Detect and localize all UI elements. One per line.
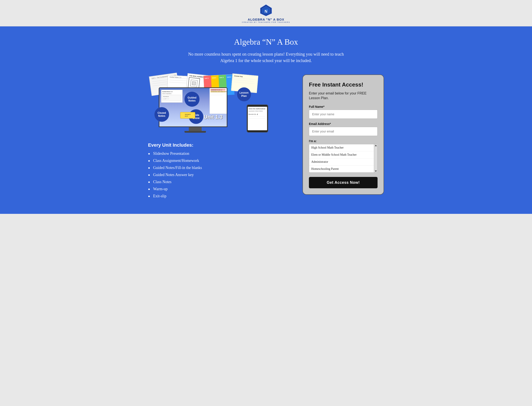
select-option[interactable]: Administrator (309, 159, 377, 166)
unit-label: Unit 1.3 (204, 114, 222, 120)
scroll-up-arrow[interactable] (375, 145, 377, 146)
select-scrollbar[interactable] (374, 144, 377, 172)
logo-text: ALGEBRA "N" A BOX (248, 18, 284, 21)
site-header: N ALGEBRA "N" A BOX CREATED BY TEACHERS … (0, 0, 532, 26)
unit-list-item: Guided Notes Answer key (148, 173, 294, 177)
email-label: Email Address* (309, 122, 377, 126)
im-a-label: I'm a: (309, 139, 377, 143)
svg-text:LESSON PLAN 1.3: LESSON PLAN 1.3 (211, 89, 222, 91)
bubble-guided-notes: Guided Notes (184, 92, 199, 107)
ticket-stub: TICKETOUT (180, 112, 195, 118)
unit-includes-title: Every Unit Includes: (148, 142, 294, 148)
svg-text:Guided Notes 1.5: Guided Notes 1.5 (162, 91, 173, 92)
scroll-down-arrow[interactable] (375, 170, 377, 172)
bubble-clozed-notes: Clozed Notes (155, 107, 169, 122)
svg-text:Unit 2: Unit 2 (212, 77, 216, 79)
svg-rect-19 (192, 81, 196, 85)
svg-text:STANDARDS AND OBJECTIVES: STANDARDS AND OBJECTIVES (211, 91, 227, 92)
unit-list-item: Warm-up (148, 187, 294, 191)
select-wrapper[interactable]: High School Math TeacherElem or Middle S… (309, 144, 377, 172)
tablet-device: Solve the mathematical expression shown … (247, 105, 268, 132)
bubble-lesson-plan: Lesson Plan (237, 87, 251, 101)
hero-right: Free Instant Access! Enter your email be… (303, 74, 384, 195)
illustration: Unit 1 - The Fundamentals of Algebra Gui… (148, 74, 272, 135)
hero-section: Algebra “N” A Box No more countless hour… (0, 26, 532, 214)
hero-title: Algebra “N” A Box (9, 37, 523, 47)
unit-list-item: Exit-slip (148, 194, 294, 198)
get-access-button[interactable]: Get Access Now! (309, 177, 377, 188)
select-options-list[interactable]: High School Math TeacherElem or Middle S… (309, 144, 377, 172)
logo-sub: CREATED BY TEACHERS FOR TEACHERS (242, 21, 290, 23)
unit-list-item: Slideshow Presentation (148, 151, 294, 156)
full-name-input[interactable] (309, 110, 377, 119)
hero-content: Unit 1 - The Fundamentals of Algebra Gui… (148, 74, 384, 201)
role-select-container[interactable]: High School Math TeacherElem or Middle S… (309, 144, 377, 173)
svg-text:Unit 1: Unit 1 (205, 77, 209, 79)
svg-text:Order of Operations: Order of Operations (162, 93, 172, 94)
svg-text:Unit 4: Unit 4 (227, 76, 231, 78)
select-option[interactable]: Homeschooling Parent (309, 166, 377, 172)
form-card: Free Instant Access! Enter your email be… (303, 74, 384, 195)
select-option[interactable]: High School Math Teacher (309, 144, 377, 151)
monitor-base (184, 131, 206, 133)
email-input[interactable] (309, 127, 377, 136)
svg-text:Unit 3: Unit 3 (220, 77, 224, 78)
unit-list-item: Class Assignment/Homework (148, 159, 294, 163)
unit-list-item: Class Notes (148, 180, 294, 184)
svg-text:P  E  M  D  A: P E M D A (163, 96, 169, 97)
unit-includes: Every Unit Includes: Slideshow Presentat… (148, 142, 294, 198)
full-name-label: Full Name* (309, 105, 377, 109)
svg-text:3 × 4 + 3 - 2: 3 × 4 + 3 - 2 (249, 113, 258, 115)
svg-text:expression shown below:: expression shown below: (249, 110, 263, 112)
monitor-stand (189, 127, 202, 131)
logo: N ALGEBRA "N" A BOX CREATED BY TEACHERS … (242, 4, 290, 23)
logo-icon: N (258, 4, 274, 17)
unit-list-item: Guided Notes/Fill-in the blanks (148, 166, 294, 170)
hero-subtitle: No more countless hours spent on creatin… (184, 51, 348, 64)
unit-list: Slideshow PresentationClass Assignment/H… (148, 151, 294, 198)
form-card-subtitle: Enter your email below for your FREE Les… (309, 91, 377, 101)
select-option[interactable]: Elem or Middle School Math Teacher (309, 151, 377, 159)
form-card-title: Free Instant Access! (309, 81, 377, 88)
svg-text:Solve the mathematical: Solve the mathematical (249, 108, 265, 109)
svg-text:(...) a²  ×  ÷  + -: (...) a² × ÷ + - (163, 98, 169, 99)
hero-left: Unit 1 - The Fundamentals of Algebra Gui… (148, 74, 294, 201)
